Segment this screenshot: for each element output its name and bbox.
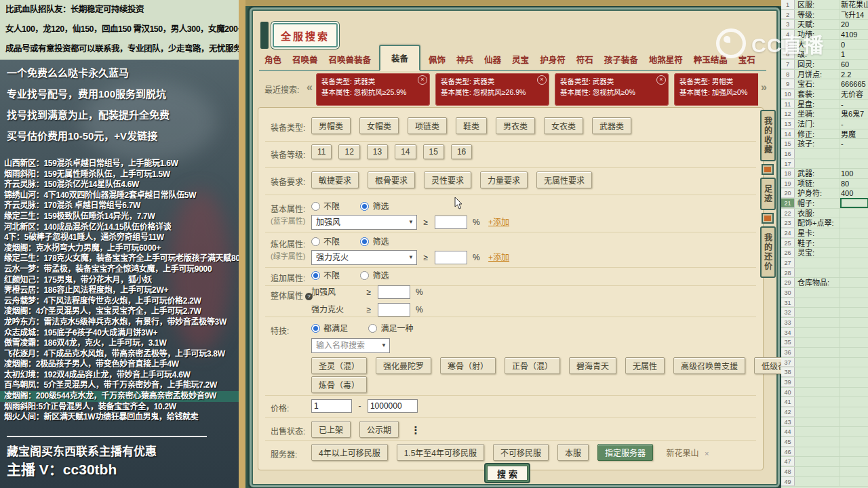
close-icon[interactable]: ×	[418, 75, 427, 85]
sheet-value-cell[interactable]: 100	[841, 169, 868, 178]
special-skill-option-button[interactable]: 碧海青天	[569, 357, 616, 374]
radio-checked-icon[interactable]	[311, 324, 320, 333]
sheet-label-cell[interactable]: 区服:	[797, 0, 841, 9]
sheet-value-cell[interactable]: 无价容	[841, 89, 868, 99]
radio-unchecked-icon[interactable]	[311, 202, 320, 211]
basic-attr-select[interactable]: 加强风	[311, 215, 417, 230]
overall-attr-value-input[interactable]	[378, 303, 410, 317]
sheet-row-number[interactable]: 27	[781, 258, 795, 268]
side-tab-favorites[interactable]: 我的收藏	[760, 110, 776, 161]
sheet-row-number[interactable]: 21	[781, 199, 795, 208]
recent-search-chip[interactable]: 装备类型: 武器类 基本属性: 忽视抗风≥25.9% ×	[316, 73, 430, 106]
equip-level-option-button[interactable]: 16	[451, 144, 472, 159]
category-tab[interactable]: 召唤兽装备	[323, 49, 377, 70]
special-skill-option-button[interactable]: 圣灵（混）	[311, 357, 367, 374]
sheet-row-number[interactable]: 37	[781, 358, 795, 367]
sheet-label-cell[interactable]: 法门:	[797, 119, 841, 129]
category-tab[interactable]: 神兵	[451, 49, 479, 70]
sheet-value-cell[interactable]: 鬼6鬼7	[841, 109, 868, 119]
sheet-row-number[interactable]: 44	[781, 427, 795, 436]
category-tab[interactable]: 角色	[259, 49, 287, 70]
category-tab[interactable]: 召唤兽	[287, 49, 323, 70]
refine-filter-radio-label[interactable]: 筛选	[372, 237, 389, 247]
side-tab-footprints[interactable]: 足迹	[760, 178, 776, 210]
sheet-label-cell[interactable]: 鞋子:	[797, 239, 841, 248]
special-skill-option-button[interactable]: 寒骨（射）	[440, 357, 496, 374]
equip-req-option-button[interactable]: 敏捷要求	[311, 171, 359, 188]
sheet-value-cell[interactable]: 20	[841, 20, 868, 29]
sheet-row-number[interactable]: 1	[781, 0, 795, 9]
server-option-button[interactable]: 不可移民服	[493, 444, 549, 461]
recent-search-chip[interactable]: 装备类型: 武器类 基本属性: 忽视抗风≥0% ×	[555, 73, 669, 106]
sheet-value-cell[interactable]: 80	[841, 179, 868, 188]
sale-status-option-button[interactable]: 已上架	[311, 421, 351, 438]
price-max-input[interactable]: 1000000	[368, 399, 418, 413]
special-skill-option-button[interactable]: 正骨（混）	[505, 357, 560, 374]
sheet-row-number[interactable]: 48	[781, 467, 795, 476]
refine-attr-select[interactable]: 强力克火	[311, 250, 417, 265]
sheet-value-cell[interactable]: 0	[841, 40, 868, 49]
sheet-label-cell[interactable]: 套装:	[797, 89, 841, 99]
equip-type-option-button[interactable]: 鞋类	[456, 117, 487, 134]
server-option-button[interactable]: 4年以上可移民服	[311, 444, 388, 461]
equip-level-option-button[interactable]: 15	[423, 144, 444, 159]
tag-close-icon[interactable]: ×	[705, 449, 709, 458]
equip-level-option-button[interactable]: 11	[311, 144, 332, 159]
sheet-value-cell[interactable]	[841, 199, 868, 207]
equip-type-option-button[interactable]: 男衣类	[496, 117, 535, 134]
sheet-row-number[interactable]: 24	[781, 228, 795, 238]
sheet-row-number[interactable]: 2	[781, 10, 795, 20]
equip-type-option-button[interactable]: 女帽类	[359, 117, 399, 134]
sheet-row-number[interactable]: 43	[781, 418, 795, 427]
sheet-label-cell[interactable]: 孩子:	[797, 139, 841, 148]
search-button[interactable]: 搜索	[487, 466, 528, 481]
server-option-button[interactable]: 指定服务器	[597, 444, 653, 461]
sheet-row-number[interactable]: 13	[781, 119, 795, 129]
sheet-row-number[interactable]: 9	[781, 79, 795, 89]
sheet-label-cell[interactable]: 护身符:	[797, 188, 841, 198]
sheet-row-number[interactable]: 16	[781, 149, 795, 159]
category-tab[interactable]: 佩饰	[423, 49, 451, 70]
sheet-row-number[interactable]: 30	[781, 288, 795, 298]
recent-search-chip[interactable]: 装备类型: 武器类 基本属性: 忽视抗风≥26.9% ×	[435, 73, 549, 106]
sheet-row-number[interactable]: 33	[781, 318, 795, 327]
refine-add-link[interactable]: +添加	[488, 253, 509, 262]
sheet-row-number[interactable]: 45	[781, 437, 795, 447]
sheet-value-cell[interactable]: -	[841, 139, 868, 148]
sheet-row-number[interactable]: 42	[781, 407, 795, 417]
equip-type-option-button[interactable]: 武器类	[592, 117, 631, 134]
chevron-left-icon[interactable]: «	[307, 81, 313, 94]
extra-any-radio-label[interactable]: 不限	[323, 271, 340, 281]
sheet-label-cell[interactable]: 帽子:	[797, 199, 841, 208]
sheet-label-cell[interactable]: 回灵:	[797, 60, 841, 69]
sheet-row-number[interactable]: 3	[781, 20, 795, 29]
sheet-row-number[interactable]: 15	[781, 139, 795, 148]
equip-level-option-button[interactable]: 13	[367, 144, 388, 159]
sheet-row-number[interactable]: 32	[781, 308, 795, 317]
sheet-label-cell[interactable]: 衣服:	[797, 209, 841, 218]
sheet-label-cell[interactable]: 仓库物品:	[797, 278, 841, 287]
sheet-value-cell[interactable]: 1	[841, 49, 868, 59]
special-skill-option-button[interactable]: 高级召唤兽支援	[673, 357, 745, 374]
equip-type-option-button[interactable]: 男帽类	[311, 117, 351, 134]
sheet-value-cell[interactable]: 4109	[841, 30, 868, 39]
sheet-label-cell[interactable]: 灵宝:	[797, 248, 841, 258]
equip-req-option-button[interactable]: 无属性要求	[536, 171, 592, 188]
sheet-label-cell[interactable]: 坐骑:	[797, 109, 841, 119]
radio-unchecked-icon[interactable]	[368, 324, 377, 333]
sheet-value-cell[interactable]: 60	[841, 60, 868, 69]
special-one-radio-label[interactable]: 满足一种	[380, 324, 413, 333]
sheet-row-number[interactable]: 46	[781, 447, 795, 457]
category-tab[interactable]: 孩子装备	[599, 49, 644, 70]
sheet-row-number[interactable]: 36	[781, 348, 795, 357]
sheet-row-number[interactable]: 12	[781, 109, 795, 119]
equip-req-option-button[interactable]: 力量要求	[480, 171, 528, 188]
sheet-label-cell[interactable]: 项链:	[797, 179, 841, 188]
basic-any-radio-label[interactable]: 不限	[323, 202, 340, 211]
sheet-row-number[interactable]: 26	[781, 248, 795, 258]
sheet-row-number[interactable]: 49	[781, 477, 795, 487]
category-tab[interactable]: 符石	[571, 49, 599, 70]
category-tab[interactable]: 地煞星符	[644, 49, 688, 70]
close-icon[interactable]: ×	[537, 75, 547, 85]
server-option-button[interactable]: 1.5年至4年可移民服	[397, 444, 484, 461]
